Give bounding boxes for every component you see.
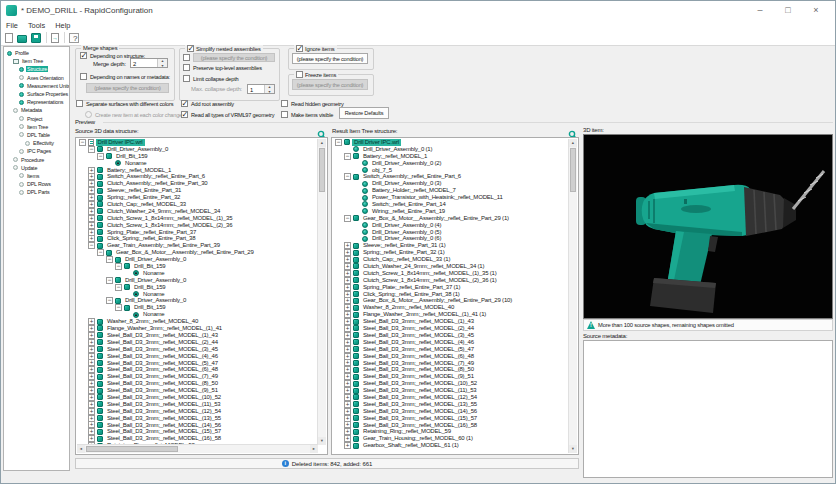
menu-tools[interactable]: Tools: [28, 21, 45, 30]
tree-node-label[interactable]: Steel_Ball_D3_3mm;_reflet_MODEL_(1)_43: [361, 318, 476, 325]
tree-node[interactable]: +Steel_Ball_D3_3mm;_reflet_MODEL_(5)_47: [334, 346, 569, 353]
tree-node-label[interactable]: Spring;_reflet_Entire_Part_32 (1): [361, 249, 446, 256]
checkbox-icon[interactable]: [296, 71, 303, 78]
expand-icon[interactable]: +: [344, 249, 351, 256]
expand-icon[interactable]: +: [344, 263, 351, 270]
tree-node[interactable]: +Steel_Ball_D3_3mm;_reflet_MODEL_(10)_52: [334, 380, 569, 387]
tree-node-label[interactable]: Retaining_Ring;_reflet_MODEL_59: [361, 428, 453, 435]
tree-node-label[interactable]: Steel_Ball_D3_3mm;_reflet_MODEL_(7)_49: [361, 360, 476, 367]
checkbox-icon[interactable]: [281, 100, 288, 107]
tree-node-label[interactable]: Steel_Ball_D3_3mm;_reflet_MODEL_(12)_54: [361, 394, 479, 401]
tree-node[interactable]: +Steel_Ball_D3_3mm;_reflet_MODEL_(12)_54: [334, 394, 569, 401]
max-collapse-depth-stepper[interactable]: 1 ▲▼: [247, 84, 275, 94]
expand-icon[interactable]: +: [88, 360, 95, 367]
tree-node[interactable]: +Steel_Ball_D3_3mm;_reflet_MODEL_(10)_52: [78, 394, 318, 401]
checkbox-icon[interactable]: [296, 45, 303, 52]
tree-node[interactable]: +Gear_Box_&_Motor__Assembly;_reflet_Enti…: [334, 297, 569, 304]
tree-node-label[interactable]: Gear_Train_Assembly;_reflet_Entire_Part_…: [105, 242, 222, 249]
tree-node-label[interactable]: Drill_Driver_Assembly_0: [105, 146, 170, 153]
tree-node-label[interactable]: Power_Transistor_with_Heatsink;_reflet_M…: [370, 194, 505, 201]
tree-node-label[interactable]: Sleeve;_reflet_Entire_Part_31 (1): [361, 242, 447, 249]
source-metadata-box[interactable]: [583, 340, 833, 478]
tree-node[interactable]: +Spring_Plate;_reflet_Entire_Part_37: [78, 229, 318, 236]
expand-icon[interactable]: +: [344, 318, 351, 325]
expand-icon[interactable]: +: [88, 229, 95, 236]
expand-icon[interactable]: +: [344, 442, 351, 449]
tree-node-label[interactable]: Washer_8_2mm;_reflet_MODEL_40: [105, 318, 200, 325]
expand-icon[interactable]: +: [344, 277, 351, 284]
read-hidden-option[interactable]: Read hidden geometry: [281, 100, 344, 107]
expand-icon[interactable]: +: [88, 353, 95, 360]
tree-node[interactable]: +Steel_Ball_D3_3mm;_reflet_MODEL_(11)_53: [334, 387, 569, 394]
tree-node-label[interactable]: Steel_Ball_D3_3mm;_reflet_MODEL_(14)_56: [361, 408, 479, 415]
expand-icon[interactable]: +: [88, 387, 95, 394]
sidebar-item-measurement-units[interactable]: Measurement Units: [4, 82, 69, 90]
tree-node-label[interactable]: Clutch_Screw_1_8x14mm;_reflet_MODEL_(2)_…: [361, 277, 499, 284]
sidebar-item-dpl-table[interactable]: DPL Table: [4, 131, 69, 139]
tree-node[interactable]: +Clutch_Screw_1_8x14mm;_reflet_MODEL_(2)…: [78, 222, 318, 229]
expand-icon[interactable]: +: [88, 222, 95, 229]
expand-icon[interactable]: +: [88, 167, 95, 174]
tree-node[interactable]: −Gear_Box_&_Motor__Assembly;_reflet_Enti…: [334, 215, 569, 222]
tree-node-label[interactable]: Steel_Ball_D3_3mm;_reflet_MODEL_(7)_49: [105, 373, 220, 380]
tree-node[interactable]: +Steel_Ball_D3_3mm;_reflet_MODEL_(1)_43: [78, 332, 318, 339]
tree-node-label[interactable]: Drill_Driver_Assembly_0 (5): [370, 229, 443, 236]
tree-node-label[interactable]: Steel_Ball_D3_3mm;_reflet_MODEL_(4)_46: [361, 339, 476, 346]
tree-node[interactable]: −Drill_Driver_Assembly_0: [78, 256, 318, 263]
tree-node-label[interactable]: Steel_Ball_D3_3mm;_reflet_MODEL_(1)_43: [105, 332, 220, 339]
expand-icon[interactable]: +: [344, 304, 351, 311]
tree-node[interactable]: Noname: [78, 270, 318, 277]
sidebar-item-items[interactable]: Items: [4, 172, 69, 180]
tree-node[interactable]: +Steel_Ball_D3_3mm;_reflet_MODEL_(3)_45: [334, 332, 569, 339]
scroll-down-icon[interactable]: ▼: [569, 445, 577, 453]
tree-node-label[interactable]: Gear_Box_&_Motor__Assembly;_reflet_Entir…: [114, 249, 256, 256]
tree-node-label[interactable]: Clutch_Cap;_reflet_MODEL_33: [105, 201, 188, 208]
checkbox-icon[interactable]: [183, 54, 190, 61]
tree-node-label[interactable]: Steel_Ball_D3_3mm;_reflet_MODEL_(8)_50: [105, 380, 220, 387]
tree-node-label[interactable]: obj_7_5: [370, 167, 394, 174]
tree-node[interactable]: +Clutch_Washer_24_9mm;_reflet_MODEL_34: [78, 208, 318, 215]
ignore-items-legend[interactable]: Ignore items: [294, 45, 337, 52]
tree-node-label[interactable]: Click_Spring;_reflet_Entire_Part_38 (1): [361, 291, 462, 298]
expand-icon[interactable]: +: [344, 339, 351, 346]
tree-node[interactable]: Power_Transistor_with_Heatsink;_reflet_M…: [334, 194, 569, 201]
tree-node-label[interactable]: Steel_Ball_D3_3mm;_reflet_MODEL_(11)_53: [105, 401, 222, 408]
help-icon[interactable]: [69, 33, 79, 43]
tree-node[interactable]: Drill_Driver_Assembly_0 (3): [334, 180, 569, 187]
tree-node[interactable]: +Steel_Ball_D3_3mm;_reflet_MODEL_(7)_49: [78, 373, 318, 380]
tree-node-label[interactable]: Sleeve;_reflet_Entire_Part_31: [105, 187, 183, 194]
3d-viewport[interactable]: [583, 134, 833, 319]
sidebar-item-representations[interactable]: Representations: [4, 98, 69, 106]
expand-icon[interactable]: +: [344, 353, 351, 360]
checkbox-icon[interactable]: [183, 75, 190, 82]
tree-node[interactable]: +Steel_Ball_D3_3mm;_reflet_MODEL_(9)_51: [334, 373, 569, 380]
checkbox-icon[interactable]: [80, 73, 87, 80]
sidebar-item-dpl-rows[interactable]: DPL Rows: [4, 180, 69, 188]
tree-node-label[interactable]: Drill_Driver_Assembly_0 (2): [370, 160, 443, 167]
expand-icon[interactable]: +: [88, 235, 95, 242]
make-visible-option[interactable]: Make items visible: [281, 111, 333, 118]
tree-node[interactable]: +Steel_Ball_D3_3mm;_reflet_MODEL_(1)_43: [334, 318, 569, 325]
collapse-icon[interactable]: −: [79, 139, 86, 146]
tree-node-label[interactable]: Steel_Ball_D3_3mm;_reflet_MODEL_(6)_48: [361, 353, 476, 360]
checkbox-icon[interactable]: [80, 52, 87, 59]
scroll-down-icon[interactable]: ▼: [318, 437, 326, 445]
tree-node[interactable]: +Steel_Ball_D3_3mm;_reflet_MODEL_(8)_50: [334, 366, 569, 373]
tree-node-label[interactable]: Steel_Ball_D3_3mm;_reflet_MODEL_(15)_57: [361, 415, 479, 422]
collapse-icon[interactable]: −: [88, 242, 95, 249]
tree-node-label[interactable]: Steel_Ball_D3_3mm;_reflet_MODEL_(16)_58: [361, 422, 479, 429]
tree-node-label[interactable]: Clutch_Assembly;_reflet_Entire_Part_30: [105, 180, 209, 187]
tree-node[interactable]: +Clutch_Assembly;_reflet_Entire_Part_30: [78, 180, 318, 187]
sidebar-item-item-tree[interactable]: Item Tree: [4, 57, 69, 65]
collapse-icon[interactable]: −: [344, 153, 351, 160]
freeze-items-legend[interactable]: Freeze items: [294, 71, 338, 78]
scroll-up-icon[interactable]: ▲: [569, 139, 577, 147]
expand-icon[interactable]: +: [88, 401, 95, 408]
tree-node[interactable]: +Clutch_Screw_1_8x14mm;_reflet_MODEL_(1)…: [334, 270, 569, 277]
tree-node[interactable]: +Flange_Washer_3mm;_reflet_MODEL_(1)_41: [78, 325, 318, 332]
expand-icon[interactable]: +: [88, 173, 95, 180]
merge-condition-button[interactable]: (please specify the condition): [86, 83, 169, 93]
checkbox-icon[interactable]: [76, 100, 83, 107]
tree-node-label[interactable]: Steel_Ball_D3_3mm;_reflet_MODEL_(14)_56: [105, 422, 223, 429]
tree-node[interactable]: +Battery;_reflet_MODEL_1: [78, 167, 318, 174]
